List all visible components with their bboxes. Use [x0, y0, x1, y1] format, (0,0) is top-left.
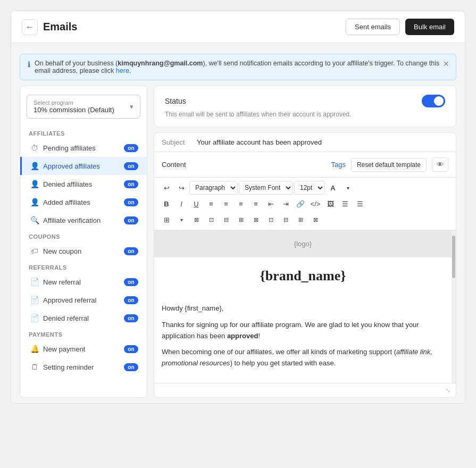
redo-button[interactable]: ↪: [174, 181, 188, 195]
indent-increase-button[interactable]: ⇥: [279, 197, 293, 211]
table-tool-1[interactable]: ⊠: [189, 213, 203, 227]
align-center-button[interactable]: ≡: [219, 197, 233, 211]
status-card: Status This email will be sent to affili…: [154, 86, 456, 127]
table-tool-7[interactable]: ⊟: [279, 213, 293, 227]
sidebar: Select program 10% commission (Default) …: [20, 86, 147, 398]
underline-button[interactable]: U: [189, 197, 203, 211]
referral-icon: 📄: [30, 278, 39, 286]
table-tool-6[interactable]: ⊡: [264, 213, 278, 227]
sidebar-item-setting-reminder[interactable]: 🗒 Setting reminder on: [20, 358, 147, 376]
email-body: Howdy {first_name}, Thanks for signing u…: [154, 295, 452, 383]
user-add-icon: 👤: [30, 198, 39, 206]
table-button[interactable]: ⊞: [160, 213, 173, 227]
table-tool-8[interactable]: ⊞: [294, 213, 307, 227]
link-button[interactable]: 🔗: [294, 197, 307, 211]
align-left-button[interactable]: ≡: [204, 197, 218, 211]
sidebar-item-pending-affiliates[interactable]: ⏱ Pending affiliates on: [20, 139, 147, 157]
close-icon[interactable]: ✕: [443, 60, 449, 68]
italic-button[interactable]: I: [174, 197, 188, 211]
back-button[interactable]: ←: [22, 19, 38, 35]
payment-toggle: on: [124, 345, 138, 353]
email-greeting: Howdy {first_name},: [162, 303, 444, 314]
subject-input[interactable]: [197, 138, 448, 146]
program-select[interactable]: Select program 10% commission (Default) …: [27, 95, 140, 119]
subject-row: Subject: [154, 133, 456, 152]
denied-affiliates-label: Denied affiliates: [43, 180, 92, 188]
editor-scrollbar[interactable]: [452, 230, 456, 383]
table-tool-4[interactable]: ⊞: [234, 213, 248, 227]
denied-referral-icon: 📄: [30, 314, 39, 322]
email-logo-band: {logo}: [154, 230, 452, 257]
code-button[interactable]: </>: [308, 197, 322, 211]
email-paragraph-1: Thanks for signing up for our affiliate …: [162, 320, 444, 342]
approved-referral-toggle: on: [124, 296, 138, 304]
resize-handle[interactable]: ⤡: [445, 387, 450, 394]
denied-referral-toggle: on: [124, 314, 138, 322]
pending-affiliates-label: Pending affiliates: [43, 144, 96, 152]
indent-decrease-button[interactable]: ⇤: [264, 197, 278, 211]
approved-toggle: on: [124, 162, 138, 170]
table-tool-3[interactable]: ⊟: [219, 213, 233, 227]
table-tool-5[interactable]: ⊠: [249, 213, 263, 227]
banner-text: On behalf of your business (kimquynhrang…: [35, 60, 448, 74]
new-referral-label: New referral: [43, 278, 81, 286]
ordered-list-button[interactable]: ☰: [353, 197, 367, 211]
sidebar-item-approved-referral[interactable]: 📄 Approved referral on: [20, 291, 147, 309]
sent-emails-button[interactable]: Sent emails: [346, 19, 400, 35]
sidebar-item-added-affiliates[interactable]: 👤 Added affiliates on: [20, 193, 147, 211]
sidebar-item-new-payment[interactable]: 🔔 New payment on: [20, 340, 147, 358]
reset-template-button[interactable]: Reset default template: [351, 158, 427, 172]
new-referral-toggle: on: [124, 278, 138, 286]
subject-label: Subject: [162, 138, 191, 146]
user-denied-icon: 👤: [30, 180, 39, 188]
denied-toggle: on: [124, 180, 138, 188]
status-toggle[interactable]: [422, 95, 445, 107]
section-payments-label: PAYMENTS: [20, 327, 147, 340]
coupon-toggle: on: [124, 247, 138, 255]
sidebar-item-denied-affiliates[interactable]: 👤 Denied affiliates on: [20, 175, 147, 193]
info-banner: ℹ On behalf of your business (kimquynhra…: [20, 54, 456, 80]
banner-link[interactable]: here: [116, 67, 129, 74]
font-select[interactable]: System Font: [239, 181, 293, 195]
denied-referral-label: Denied referral: [43, 314, 89, 322]
section-affiliates-label: AFFILIATES: [20, 126, 147, 139]
verification-toggle: on: [124, 216, 138, 224]
editor-card: Subject Content Tags Reset default templ…: [154, 132, 456, 398]
table-tool-9[interactable]: ⊠: [308, 213, 322, 227]
added-toggle: on: [124, 198, 138, 206]
sidebar-item-affiliate-verification[interactable]: 🔍 Affiliate verification on: [20, 211, 147, 229]
email-preview: {logo} {brand_name} Howdy {first_name}, …: [154, 230, 452, 383]
sidebar-item-new-referral[interactable]: 📄 New referral on: [20, 273, 147, 291]
table-arrow[interactable]: ▾: [174, 213, 188, 227]
paragraph-select[interactable]: Paragraph: [189, 181, 238, 195]
text-color-button[interactable]: A: [326, 181, 340, 195]
list-button[interactable]: ☰: [338, 197, 352, 211]
status-description: This email will be sent to affiliates wh…: [165, 111, 445, 118]
sidebar-item-new-coupon[interactable]: 🏷 New coupon on: [20, 242, 147, 260]
preview-button[interactable]: 👁: [432, 157, 448, 172]
undo-button[interactable]: ↩: [160, 181, 173, 195]
justify-button[interactable]: ≡: [249, 197, 263, 211]
table-tool-2[interactable]: ⊡: [204, 213, 218, 227]
setting-reminder-label: Setting reminder: [43, 363, 94, 371]
content-toolbar: Content Tags Reset default template 👁: [154, 152, 456, 178]
editor-content-area: {logo} {brand_name} Howdy {first_name}, …: [154, 230, 456, 383]
align-right-button[interactable]: ≡: [234, 197, 248, 211]
select-program-label: Select program: [34, 99, 114, 106]
image-button[interactable]: 🖼: [323, 197, 337, 211]
text-color-arrow[interactable]: ▾: [341, 181, 355, 195]
sidebar-item-denied-referral[interactable]: 📄 Denied referral on: [20, 309, 147, 327]
size-select[interactable]: 12pt: [294, 181, 325, 195]
reminder-toggle: on: [124, 363, 138, 371]
email-brand-placeholder: {brand_name}: [154, 257, 452, 295]
pending-toggle: on: [124, 144, 138, 152]
email-paragraph-2: When becoming one of our affiliates, we …: [162, 347, 444, 369]
back-icon: ←: [26, 22, 34, 32]
tags-link[interactable]: Tags: [331, 161, 345, 169]
sidebar-item-approved-affiliates[interactable]: 👤 Approved affiliates on: [20, 157, 147, 175]
bell-icon: 🔔: [30, 345, 39, 353]
bulk-email-button[interactable]: Bulk email: [405, 19, 454, 35]
bold-button[interactable]: B: [160, 197, 173, 211]
chevron-down-icon: ▾: [130, 103, 133, 111]
approved-referral-label: Approved referral: [43, 296, 96, 304]
